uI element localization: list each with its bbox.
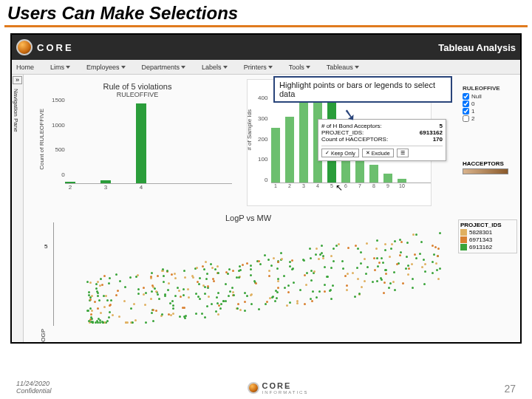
- scatter-point[interactable]: [90, 316, 92, 318]
- scatter-point[interactable]: [233, 294, 235, 296]
- scatter-point[interactable]: [246, 262, 248, 265]
- scatter-point[interactable]: [412, 233, 415, 236]
- scatter-point[interactable]: [330, 298, 332, 300]
- scatter-point[interactable]: [163, 281, 165, 283]
- scatter-point[interactable]: [381, 257, 383, 259]
- scatter-point[interactable]: [276, 297, 278, 299]
- scatter-point[interactable]: [100, 312, 102, 314]
- scatter-point[interactable]: [394, 289, 396, 291]
- scatter-point[interactable]: [394, 240, 396, 242]
- scatter-point[interactable]: [171, 273, 173, 276]
- scatter-point[interactable]: [228, 268, 231, 270]
- bar[interactable]: [136, 103, 146, 183]
- scatter-point[interactable]: [376, 257, 378, 259]
- scatter-point[interactable]: [216, 296, 218, 299]
- scatter-point[interactable]: [88, 291, 90, 293]
- scatter-point[interactable]: [167, 289, 169, 291]
- scatter-point[interactable]: [134, 319, 137, 321]
- scatter-point[interactable]: [179, 316, 181, 318]
- scatter-point[interactable]: [199, 298, 201, 300]
- scatter-point[interactable]: [210, 263, 212, 265]
- scatter-point[interactable]: [347, 273, 349, 275]
- scatter-point[interactable]: [231, 287, 233, 289]
- scatter-point[interactable]: [151, 312, 153, 314]
- scatter-point[interactable]: [115, 273, 117, 276]
- scatter-point[interactable]: [143, 287, 145, 289]
- scatter-point[interactable]: [250, 265, 252, 267]
- scatter-point[interactable]: [242, 264, 244, 266]
- scatter-point[interactable]: [376, 239, 378, 242]
- scatter-point[interactable]: [311, 300, 313, 302]
- scatter-point[interactable]: [352, 272, 354, 274]
- scatter-point[interactable]: [246, 295, 248, 297]
- scatter-point[interactable]: [98, 318, 100, 320]
- scatter-point[interactable]: [195, 313, 197, 315]
- scatter-point[interactable]: [267, 259, 270, 261]
- scatter-point[interactable]: [406, 242, 409, 244]
- scatter-point[interactable]: [415, 257, 417, 259]
- scatter-point[interactable]: [109, 304, 111, 307]
- scatter-point[interactable]: [204, 286, 206, 288]
- legend-item[interactable]: 0: [463, 100, 517, 107]
- scatter-point[interactable]: [277, 261, 279, 263]
- scatter-point[interactable]: [204, 316, 206, 318]
- scatter-point[interactable]: [423, 259, 425, 261]
- scatter-point[interactable]: [289, 301, 291, 304]
- scatter-point[interactable]: [97, 281, 99, 283]
- scatter-point[interactable]: [377, 265, 379, 267]
- scatter-point[interactable]: [405, 267, 407, 270]
- scatter-point[interactable]: [214, 268, 216, 270]
- scatter-point[interactable]: [421, 266, 423, 268]
- scatter-point[interactable]: [126, 321, 129, 324]
- scatter-point[interactable]: [289, 261, 291, 263]
- checkbox[interactable]: [463, 108, 469, 115]
- scatter-point[interactable]: [118, 316, 120, 318]
- scatter-point[interactable]: [89, 296, 92, 299]
- scatter-point[interactable]: [100, 278, 102, 280]
- scatter-point[interactable]: [196, 267, 198, 269]
- scatter-point[interactable]: [229, 290, 231, 293]
- bar[interactable]: [369, 165, 378, 183]
- scatter-point[interactable]: [270, 265, 273, 267]
- scatter-point[interactable]: [330, 267, 332, 269]
- scatter-point[interactable]: [399, 254, 401, 256]
- legend-item[interactable]: 5828301: [460, 229, 515, 236]
- scatter-point[interactable]: [291, 259, 293, 262]
- scatter-point[interactable]: [305, 284, 307, 286]
- scatter-point[interactable]: [414, 253, 416, 256]
- scatter-point[interactable]: [319, 253, 321, 256]
- scatter-point[interactable]: [415, 233, 417, 236]
- scatter-point[interactable]: [106, 299, 109, 301]
- scatter-point[interactable]: [412, 278, 414, 280]
- scatter-point[interactable]: [228, 295, 230, 297]
- scatter-point[interactable]: [277, 280, 279, 282]
- scatter-point[interactable]: [183, 294, 185, 296]
- scatter-point[interactable]: [110, 299, 112, 301]
- scatter-point[interactable]: [374, 269, 376, 271]
- scatter-point[interactable]: [211, 303, 213, 305]
- scatter-plot-area[interactable]: [53, 222, 457, 326]
- scatter-point[interactable]: [157, 293, 159, 296]
- scatter-point[interactable]: [434, 246, 437, 248]
- scatter-point[interactable]: [119, 280, 121, 282]
- legend-item[interactable]: Null: [463, 93, 517, 100]
- scatter-point[interactable]: [364, 280, 366, 282]
- navpane-toggle[interactable]: »: [13, 76, 22, 84]
- scatter-point[interactable]: [324, 290, 326, 293]
- scatter-point[interactable]: [346, 289, 348, 291]
- scatter-point[interactable]: [432, 261, 434, 263]
- scatter-point[interactable]: [332, 284, 334, 287]
- scatter-point[interactable]: [433, 253, 435, 256]
- scatter-point[interactable]: [344, 275, 347, 277]
- scatter-point[interactable]: [244, 301, 246, 303]
- scatter-point[interactable]: [356, 267, 358, 269]
- scatter-point[interactable]: [244, 292, 246, 294]
- bar[interactable]: [383, 174, 392, 183]
- menu-printers[interactable]: Printers: [244, 64, 273, 71]
- scatter-point[interactable]: [129, 276, 132, 279]
- scatter-point[interactable]: [135, 276, 137, 278]
- scatter-point[interactable]: [225, 283, 227, 285]
- checkbox[interactable]: [463, 115, 469, 122]
- scatter-point[interactable]: [178, 290, 180, 292]
- exclude-button[interactable]: ✕Exclude: [362, 149, 394, 157]
